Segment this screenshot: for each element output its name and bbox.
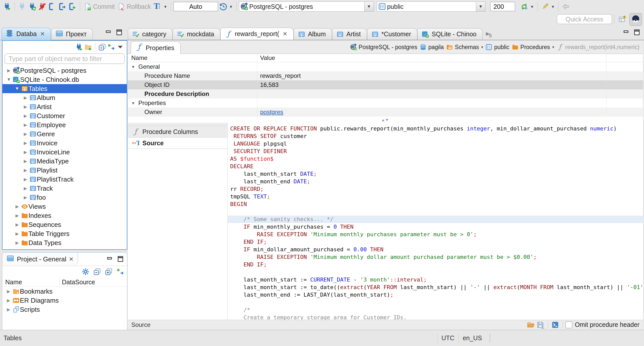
chevron-right-icon[interactable]: ▶	[22, 186, 29, 191]
chevron-right-icon[interactable]: ▶	[13, 213, 21, 218]
tab-projects[interactable]: Проект	[51, 28, 93, 40]
grid-header-name[interactable]: Name	[128, 54, 258, 61]
tree-item-sequences[interactable]: ▶Sequences	[3, 220, 127, 229]
open-sql-script-icon[interactable]	[57, 2, 67, 12]
subtab-source[interactable]: <>TSource	[128, 137, 227, 149]
breadcrumb-item-schemas[interactable]: Schemas▾	[446, 44, 483, 51]
new-connection-icon[interactable]	[2, 2, 12, 12]
close-icon[interactable]: ✕	[283, 31, 287, 37]
rollback-icon[interactable]	[116, 2, 126, 12]
quick-access-input[interactable]	[557, 14, 612, 24]
transaction-log-icon[interactable]	[218, 2, 228, 12]
timezone-indicator[interactable]: UTC	[437, 334, 458, 342]
link-with-editor-icon[interactable]	[107, 43, 116, 52]
editor-tab-rewards-report-[interactable]: ƒrewards_report(✕	[220, 28, 294, 40]
grid-row-owner[interactable]: Ownerpostgres	[128, 108, 643, 117]
tree-item-foo[interactable]: ▶foo	[3, 193, 127, 202]
edit-mode-icon[interactable]	[540, 2, 550, 12]
tree-item-track[interactable]: ▶Track	[3, 184, 127, 193]
omit-procedure-header-checkbox[interactable]	[565, 321, 572, 328]
tab-properties[interactable]: ƒ Properties	[131, 41, 181, 54]
editor-tab-category[interactable]: category	[128, 28, 173, 40]
tab-overflow-indicator[interactable]: »5	[485, 30, 492, 40]
collapse-all-icon[interactable]	[93, 267, 101, 276]
breadcrumb-item-procedures[interactable]: Procedures▾	[512, 44, 554, 51]
tree-item-artist[interactable]: ▶Artist	[3, 102, 127, 111]
tree-item-employee[interactable]: ▶Employee	[3, 120, 127, 129]
project-item-er-diagrams[interactable]: ▶ER Diagrams	[2, 296, 127, 305]
chevron-right-icon[interactable]: ▶	[5, 307, 12, 312]
editor-tab-mockdata[interactable]: mockdata	[173, 28, 220, 40]
dbeaver-perspective-button[interactable]	[629, 13, 642, 26]
close-icon[interactable]: ✕	[40, 31, 45, 37]
source-code-viewer[interactable]: CREATE OR REPLACE FUNCTION public.reward…	[228, 123, 643, 320]
grid-row-object-id[interactable]: Object ID16,583	[128, 80, 643, 89]
grid-splitter[interactable]	[128, 118, 643, 123]
connection-combo[interactable]: PostgreSQL - postgres ▼	[239, 2, 374, 12]
chevron-right-icon[interactable]: ▶	[5, 298, 12, 303]
tree-item-mediatype[interactable]: ▶MediaType	[3, 157, 127, 166]
tree-item-invoiceline[interactable]: ▶InvoiceLine	[3, 148, 127, 157]
minimize-icon[interactable]	[106, 255, 114, 263]
rollback-button[interactable]: Rollback	[127, 3, 151, 10]
tree-item-table-triggers[interactable]: ▶Table Triggers	[3, 229, 127, 238]
gear-icon[interactable]	[81, 267, 90, 276]
minimize-icon[interactable]	[105, 28, 113, 37]
tree-item-album[interactable]: ▶Album	[3, 93, 127, 102]
chevron-right-icon[interactable]: ▶	[22, 150, 29, 155]
show-ddl-console-icon[interactable]	[550, 320, 560, 329]
chevron-down-icon[interactable]: ▼	[5, 77, 13, 82]
new-connection-icon[interactable]	[74, 43, 84, 52]
column-header-name[interactable]: Name	[2, 279, 60, 286]
edit-mode-dropdown-icon[interactable]: ▼	[551, 5, 555, 9]
transaction-log-dropdown-icon[interactable]: ▼	[229, 5, 233, 9]
chevron-right-icon[interactable]: ▶	[22, 195, 29, 200]
grid-row-general[interactable]: ▼General	[128, 62, 643, 71]
tree-item-tables[interactable]: ▼Tables	[3, 84, 127, 93]
chevron-right-icon[interactable]: ▶	[22, 131, 29, 137]
chevron-right-icon[interactable]: ▶	[13, 204, 21, 209]
subtab-procedure-columns[interactable]: ƒProcedure Columns	[128, 126, 227, 137]
grid-column-divider[interactable]	[257, 54, 257, 118]
grid-row-procedure-name[interactable]: Procedure Namerewards_report	[128, 71, 643, 80]
save-to-file-icon[interactable]	[536, 320, 545, 329]
minimize-icon[interactable]	[622, 28, 631, 37]
editor-tab-sqlite-chinoo[interactable]: SQLite - Chinoo	[417, 28, 483, 40]
maximize-icon[interactable]	[116, 255, 125, 263]
grid-row-procedure-description[interactable]: Procedure Description	[128, 89, 643, 98]
connection-combo-dropdown-icon[interactable]: ▼	[364, 2, 374, 11]
chevron-down-icon[interactable]: ▾	[552, 45, 554, 49]
breadcrumb-item-postgresql-postgres[interactable]: PostgreSQL - postgres	[350, 44, 417, 51]
expand-all-icon[interactable]	[104, 267, 113, 276]
tree-item-views[interactable]: ▶Views	[3, 202, 127, 211]
column-header-datasource[interactable]: DataSource	[60, 279, 95, 286]
commit-mode-combo[interactable]: Auto	[173, 2, 218, 11]
tree-item-playlisttrack[interactable]: ▶PlaylistTrack	[3, 175, 127, 184]
editor-tab-artist[interactable]: Artist	[332, 28, 367, 40]
refresh-dropdown-icon[interactable]: ▼	[530, 5, 534, 9]
transaction-mode-icon[interactable]: T	[152, 2, 163, 12]
navigator-filter-input[interactable]	[5, 53, 125, 64]
chevron-right-icon[interactable]: ▶	[22, 177, 29, 182]
chevron-down-icon[interactable]: ▼	[128, 65, 138, 69]
chevron-right-icon[interactable]: ▶	[13, 231, 21, 236]
tree-item-playlist[interactable]: ▶Playlist	[3, 166, 127, 175]
editor-tab--customer[interactable]: *Customer	[367, 28, 417, 40]
tree-item-sqlite-chinook-db[interactable]: ▼SQLite - Chinook.db	[3, 75, 127, 84]
maximize-icon[interactable]	[115, 28, 124, 37]
locale-indicator[interactable]: en_US	[458, 334, 486, 342]
collapse-all-icon[interactable]	[98, 43, 107, 52]
link-with-editor-icon[interactable]	[116, 267, 125, 276]
tab-project-general[interactable]: Project - General ✕	[2, 253, 78, 266]
load-from-file-icon[interactable]	[526, 320, 536, 329]
project-item-scripts[interactable]: ▶Scripts	[2, 305, 127, 314]
tree-item-data-types[interactable]: ▶Data Types	[3, 238, 127, 247]
transaction-mode-dropdown-icon[interactable]: ▼	[164, 5, 167, 9]
breadcrumb-item-rewards-report-int4-numeric-[interactable]: ƒrewards_report(int4,numeric)	[556, 44, 639, 51]
tree-item-genre[interactable]: ▶Genre	[3, 129, 127, 139]
reconnect-icon[interactable]	[27, 2, 37, 12]
commit-button[interactable]: Commit	[93, 3, 115, 10]
column-divider[interactable]	[95, 278, 95, 286]
chevron-right-icon[interactable]: ▶	[13, 240, 21, 246]
tree-item-customer[interactable]: ▶Customer	[3, 111, 127, 120]
